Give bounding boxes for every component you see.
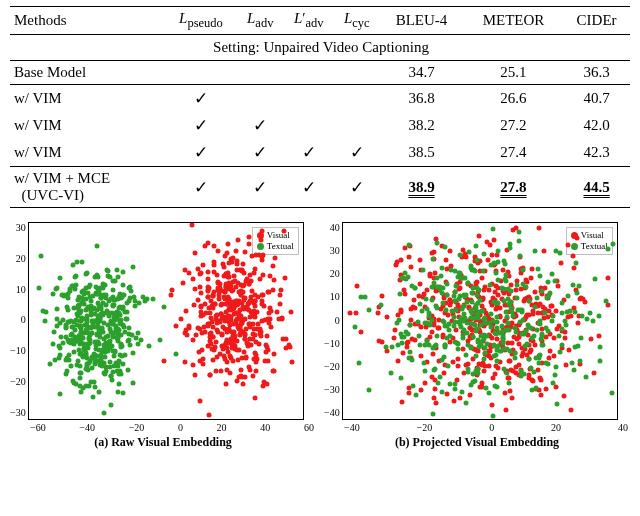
col-methods: Methods bbox=[10, 7, 165, 35]
table-row: w/ VIM ✓ ✓ 38.2 27.2 42.0 bbox=[10, 112, 630, 139]
col-cider: CIDEr bbox=[563, 7, 630, 35]
method-name: w/ VIM + MCE (UVC-VI) bbox=[10, 167, 165, 208]
ablation-table: Methods Lpseudo Ladv L′adv Lcyc BLEU-4 M… bbox=[10, 6, 630, 208]
table-row: w/ VIM ✓ ✓ ✓ ✓ 38.5 27.4 42.3 bbox=[10, 139, 630, 167]
col-lcyc: Lcyc bbox=[334, 7, 379, 35]
col-ladvp: L′adv bbox=[283, 7, 334, 35]
col-ladv: Ladv bbox=[237, 7, 283, 35]
table-row: w/ VIM ✓ 36.8 26.6 40.7 bbox=[10, 85, 630, 113]
panel-a: 3020100−10−20−30 Visual Textual −60−40−2… bbox=[10, 222, 316, 450]
caption-b: (b) Projected Visual Embedding bbox=[324, 435, 630, 450]
yticks-a: 3020100−10−20−30 bbox=[10, 222, 28, 418]
col-meteor: METEOR bbox=[464, 7, 564, 35]
table-row: Base Model 34.7 25.1 36.3 bbox=[10, 61, 630, 85]
method-name: Base Model bbox=[10, 61, 165, 85]
caption-a: (a) Raw Visual Embedding bbox=[10, 435, 316, 450]
scatter-a: Visual Textual bbox=[28, 222, 304, 420]
embedding-figure: 3020100−10−20−30 Visual Textual −60−40−2… bbox=[10, 222, 630, 450]
scatter-b: Visual Textual bbox=[342, 222, 618, 420]
xticks-a: −60−40−200204060 bbox=[28, 422, 316, 433]
yticks-b: 403020100−10−20−30−40 bbox=[324, 222, 342, 418]
col-bleu4: BLEU-4 bbox=[379, 7, 463, 35]
xticks-b: −40−2002040 bbox=[342, 422, 630, 433]
col-lpseudo: Lpseudo bbox=[165, 7, 237, 35]
setting-row: Setting: Unpaired Video Captioning bbox=[10, 35, 630, 61]
panel-b: 403020100−10−20−30−40 Visual Textual −40… bbox=[324, 222, 630, 450]
table-row: w/ VIM + MCE (UVC-VI) ✓ ✓ ✓ ✓ 38.9 27.8 … bbox=[10, 167, 630, 208]
